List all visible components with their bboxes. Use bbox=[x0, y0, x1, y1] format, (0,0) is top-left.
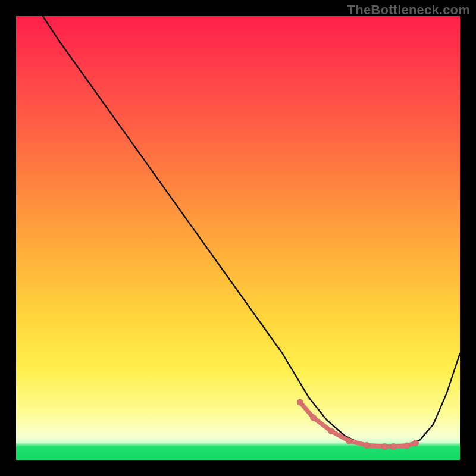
watermark-text: TheBottleneck.com bbox=[347, 2, 470, 18]
marker-dot bbox=[381, 443, 387, 449]
marker-dot bbox=[364, 442, 369, 448]
marker-dot bbox=[403, 443, 409, 449]
marker-dot bbox=[390, 443, 396, 449]
plot-area bbox=[16, 16, 460, 460]
marker-dot bbox=[311, 415, 317, 421]
curve-svg bbox=[16, 16, 460, 460]
bottleneck-curve bbox=[43, 16, 460, 447]
chart-frame: TheBottleneck.com bbox=[0, 0, 476, 476]
marker-dot bbox=[297, 399, 303, 405]
marker-dot bbox=[412, 440, 418, 446]
marker-dot bbox=[346, 438, 352, 444]
marker-dot bbox=[328, 428, 334, 434]
marker-segment bbox=[314, 418, 331, 431]
